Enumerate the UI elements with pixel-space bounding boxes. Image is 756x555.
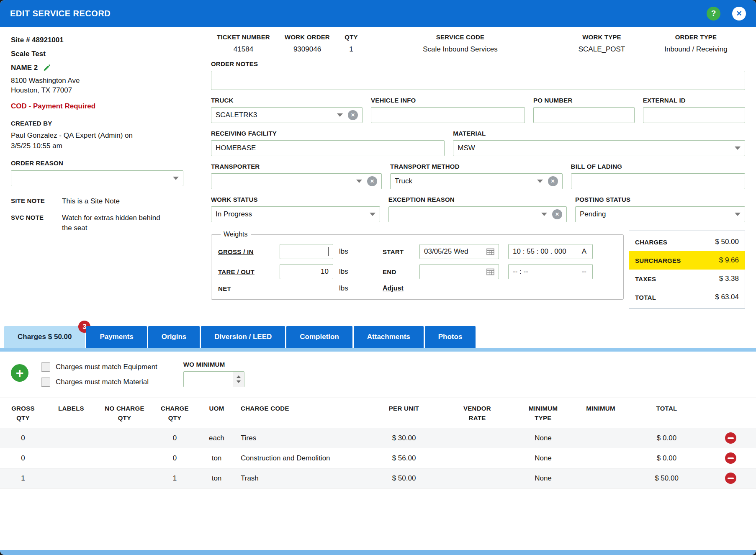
chevron-down-icon[interactable]	[735, 213, 741, 216]
gross-in-input[interactable]	[280, 244, 333, 259]
tab-attachments[interactable]: Attachments	[354, 326, 424, 348]
gross-in-link[interactable]: GROSS / IN	[218, 248, 280, 255]
material-label: MATERIAL	[453, 130, 745, 137]
truck-label: TRUCK	[211, 97, 363, 104]
transport-method-select[interactable]: Truck ✕	[390, 173, 563, 189]
tab-diversion-leed[interactable]: Diversion / LEED	[201, 326, 285, 348]
cell-total: $ 0.00	[628, 428, 705, 448]
service-code-field: SERVICE CODE Scale Inbound Services	[364, 33, 557, 54]
clear-exception-reason-icon[interactable]: ✕	[552, 209, 562, 219]
order-reason-select[interactable]	[11, 170, 183, 186]
order-notes-input[interactable]	[211, 71, 745, 90]
bill-of-lading-input[interactable]	[571, 173, 745, 189]
transporter-select[interactable]: ✕	[211, 173, 382, 189]
empty-content-area	[0, 488, 756, 550]
chevron-down-icon[interactable]	[356, 180, 362, 183]
cell-minimum-type: None	[513, 428, 573, 448]
end-time-input[interactable]: -- : -- --	[508, 264, 593, 279]
receiving-facility-label: RECEIVING FACILITY	[211, 130, 445, 137]
tab-origins[interactable]: Origins	[148, 326, 200, 348]
col-header-gross-qty: GROSS QTY	[0, 398, 46, 428]
tab-photos-label: Photos	[438, 333, 463, 341]
calendar-icon[interactable]	[486, 268, 494, 275]
site-number: Site # 48921001	[11, 36, 208, 44]
cell-minimum	[573, 428, 628, 448]
cell-actions	[705, 448, 756, 468]
receiving-facility-value: HOMEBASE	[216, 144, 256, 152]
tab-payments[interactable]: Payments	[86, 326, 147, 348]
grand-total-row: TOTAL $ 63.04	[629, 288, 745, 306]
work-order-field: WORK ORDER 9309046	[276, 33, 339, 54]
po-number-input[interactable]	[533, 107, 635, 123]
adjust-link[interactable]: Adjust	[383, 285, 404, 292]
work-type-label: WORK TYPE	[557, 33, 647, 41]
receiving-facility-input[interactable]: HOMEBASE	[211, 140, 445, 156]
start-meridiem: A	[582, 247, 586, 256]
toolbar-divider	[258, 361, 258, 391]
text-cursor	[328, 247, 329, 256]
end-time-value: -- : --	[513, 267, 582, 276]
external-id-input[interactable]	[643, 107, 745, 123]
charges-match-material-checkbox[interactable]	[41, 378, 50, 387]
chevron-down-icon[interactable]	[337, 113, 343, 117]
tare-out-link[interactable]: TARE / OUT	[218, 268, 280, 275]
truck-select[interactable]: SCALETRK3 ✕	[211, 107, 363, 123]
chevron-down-icon[interactable]	[537, 180, 543, 183]
match-material-row: Charges must match Material	[41, 378, 157, 387]
cell-charge-qty: 0	[153, 448, 197, 468]
wo-minimum-input[interactable]	[183, 371, 244, 387]
cell-minimum-type: None	[513, 468, 573, 488]
start-time-input[interactable]: 10 : 55 : 00 . 000 A	[508, 244, 593, 259]
tab-completion[interactable]: Completion	[286, 326, 352, 348]
tab-photos[interactable]: Photos	[425, 326, 476, 348]
chevron-down-icon[interactable]	[541, 213, 547, 216]
charges-total-value: $ 50.00	[715, 238, 739, 246]
qty-value: 1	[339, 45, 364, 54]
material-block: MATERIAL MSW	[453, 130, 745, 156]
tab-content-divider	[0, 348, 756, 352]
site-address: 8100 Washington Ave Houston, TX 77007	[11, 76, 208, 95]
chevron-down-icon[interactable]	[735, 146, 741, 150]
chevron-down-icon[interactable]	[173, 177, 179, 180]
clear-transport-method-icon[interactable]: ✕	[548, 176, 558, 186]
end-date-input[interactable]	[419, 264, 499, 279]
tab-charges[interactable]: Charges $ 50.00 3	[4, 326, 85, 348]
delete-charge-button[interactable]	[725, 473, 736, 484]
service-code-value: Scale Inbound Services	[364, 45, 557, 54]
exception-reason-label: EXCEPTION REASON	[388, 196, 567, 203]
cell-uom: ton	[197, 468, 237, 488]
start-date-input[interactable]: 03/05/25 Wed	[419, 244, 499, 259]
cell-vendor-rate	[442, 448, 513, 468]
add-charge-button[interactable]: +	[11, 364, 28, 382]
minus-icon	[728, 478, 734, 479]
work-status-select[interactable]: In Progress	[211, 206, 380, 222]
delete-charge-button[interactable]	[725, 432, 736, 444]
wo-minimum-block: WO MINIMUM	[183, 361, 244, 387]
address-line-2: Houston, TX 77007	[11, 86, 208, 95]
chevron-down-icon[interactable]	[370, 213, 375, 216]
cell-per-unit: $ 56.00	[366, 448, 442, 468]
charges-match-equipment-checkbox[interactable]	[41, 362, 50, 372]
minus-icon	[728, 437, 734, 439]
weights-and-totals: Weights GROSS / IN lbs START 03/05/25 We…	[211, 231, 745, 308]
close-button[interactable]: ✕	[732, 7, 746, 21]
vehicle-info-input[interactable]	[371, 107, 525, 123]
clear-truck-icon[interactable]: ✕	[348, 110, 358, 120]
tare-out-input[interactable]: 10	[280, 264, 333, 279]
cell-actions	[705, 428, 756, 448]
material-select[interactable]: MSW	[453, 140, 745, 156]
spinner-down-icon[interactable]	[237, 380, 241, 383]
help-button[interactable]: ?	[707, 7, 720, 21]
delete-charge-button[interactable]	[725, 452, 736, 464]
calendar-icon[interactable]	[486, 248, 494, 255]
ticket-number-value: 41584	[211, 45, 276, 54]
cell-total: $ 50.00	[628, 468, 705, 488]
exception-reason-select[interactable]: ✕	[388, 206, 567, 222]
status-row: WORK STATUS In Progress EXCEPTION REASON…	[211, 196, 745, 222]
order-notes-label: ORDER NOTES	[211, 60, 745, 67]
posting-status-select[interactable]: Pending	[575, 206, 745, 222]
edit-name-pencil-icon[interactable]	[43, 64, 51, 72]
spinner-up-icon[interactable]	[237, 375, 241, 378]
minus-icon	[728, 457, 734, 459]
clear-transporter-icon[interactable]: ✕	[367, 176, 377, 186]
